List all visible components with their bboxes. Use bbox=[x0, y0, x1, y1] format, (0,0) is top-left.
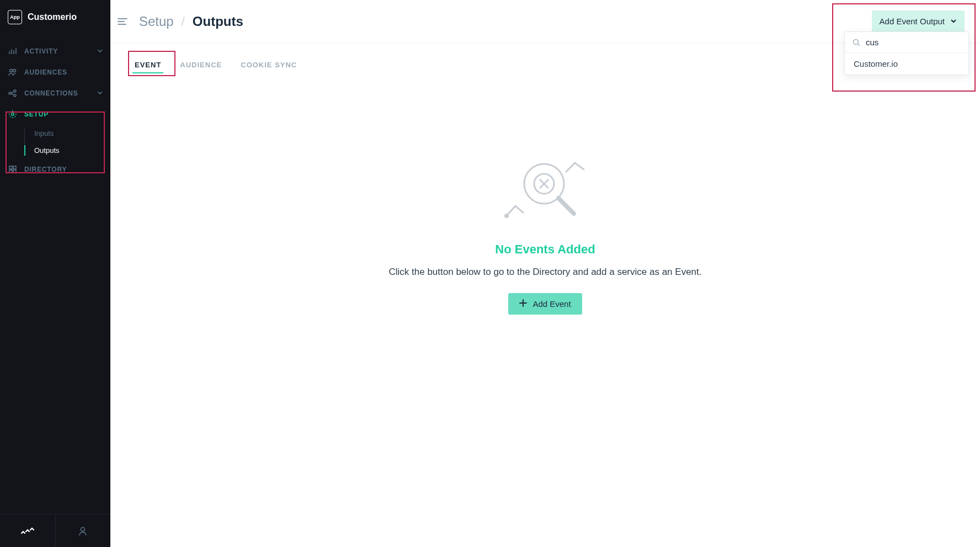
svg-point-1 bbox=[13, 70, 16, 72]
wave-icon bbox=[21, 527, 34, 535]
menu-toggle-button[interactable] bbox=[116, 15, 129, 28]
nav-setup-inputs[interactable]: Inputs bbox=[24, 125, 110, 142]
sidebar-nav: Activity Audiences Connections bbox=[0, 41, 110, 514]
add-output-dropdown: Customer.io bbox=[844, 31, 969, 75]
breadcrumb-current: Outputs bbox=[193, 14, 243, 29]
breadcrumb-separator: / bbox=[182, 14, 185, 29]
empty-state-title: No Events Added bbox=[495, 242, 595, 257]
dropdown-option-customerio[interactable]: Customer.io bbox=[845, 53, 968, 75]
svg-point-10 bbox=[81, 527, 85, 531]
gear-icon bbox=[8, 110, 18, 119]
svg-rect-6 bbox=[9, 166, 12, 169]
nav-activity-label: Activity bbox=[24, 47, 58, 55]
svg-point-3 bbox=[14, 90, 16, 92]
plus-icon bbox=[519, 299, 527, 309]
nodes-icon bbox=[8, 89, 18, 98]
nav-directory-label: Directory bbox=[24, 166, 67, 173]
svg-point-0 bbox=[10, 70, 13, 72]
chevron-down-icon bbox=[97, 47, 103, 55]
svg-point-4 bbox=[14, 94, 16, 97]
user-icon bbox=[78, 526, 88, 536]
sidebar-bottom-user[interactable] bbox=[56, 514, 111, 547]
breadcrumb: Setup / Outputs bbox=[139, 14, 243, 29]
chevron-down-icon bbox=[950, 18, 957, 25]
svg-rect-9 bbox=[13, 170, 16, 173]
nav-connections[interactable]: Connections bbox=[0, 83, 110, 104]
breadcrumb-parent[interactable]: Setup bbox=[139, 14, 174, 29]
svg-point-5 bbox=[12, 113, 14, 115]
empty-illustration bbox=[501, 155, 589, 227]
tab-event[interactable]: Event bbox=[132, 56, 163, 78]
nav-audiences[interactable]: Audiences bbox=[0, 62, 110, 83]
tab-cookie-sync[interactable]: Cookie Sync bbox=[238, 56, 299, 78]
nav-audiences-label: Audiences bbox=[24, 68, 67, 76]
svg-rect-7 bbox=[13, 166, 16, 169]
bars-icon bbox=[8, 47, 18, 56]
chevron-down-icon bbox=[97, 89, 103, 97]
dropdown-search-input[interactable] bbox=[866, 38, 961, 47]
app-badge-icon: App bbox=[8, 10, 22, 24]
grid-icon bbox=[8, 165, 18, 174]
sidebar: App Customerio Activity Audiences bbox=[0, 0, 110, 547]
nav-setup-outputs[interactable]: Outputs bbox=[24, 142, 110, 159]
sidebar-bottom-brand[interactable] bbox=[0, 514, 56, 547]
sidebar-bottom bbox=[0, 514, 110, 547]
nav-connections-label: Connections bbox=[24, 89, 78, 97]
tab-audience[interactable]: Audience bbox=[178, 56, 224, 78]
main: Setup / Outputs Add Event Output Custome… bbox=[110, 0, 980, 547]
empty-state-description: Click the button below to go to the Dire… bbox=[389, 267, 702, 278]
app-name: Customerio bbox=[28, 12, 77, 22]
nav-setup[interactable]: Setup bbox=[0, 104, 110, 125]
svg-point-14 bbox=[504, 214, 509, 218]
svg-rect-8 bbox=[9, 170, 12, 173]
nav-setup-subnav: Inputs Outputs bbox=[0, 125, 110, 159]
menu-lines-icon bbox=[118, 18, 127, 25]
content-empty-state: No Events Added Click the button below t… bbox=[110, 78, 980, 547]
topbar: Setup / Outputs Add Event Output Custome… bbox=[110, 0, 980, 43]
svg-point-2 bbox=[9, 92, 11, 94]
nav-directory[interactable]: Directory bbox=[0, 159, 110, 180]
nav-setup-label: Setup bbox=[24, 110, 49, 118]
svg-point-11 bbox=[854, 39, 859, 44]
add-event-output-label: Add Event Output bbox=[880, 17, 945, 26]
dropdown-search bbox=[845, 32, 968, 53]
search-icon bbox=[853, 39, 860, 46]
add-event-button[interactable]: Add Event bbox=[508, 293, 582, 315]
add-event-output-button[interactable]: Add Event Output bbox=[872, 10, 965, 32]
people-icon bbox=[8, 68, 18, 77]
nav-activity[interactable]: Activity bbox=[0, 41, 110, 62]
add-event-label: Add Event bbox=[532, 299, 571, 309]
sidebar-header: App Customerio bbox=[0, 0, 110, 41]
